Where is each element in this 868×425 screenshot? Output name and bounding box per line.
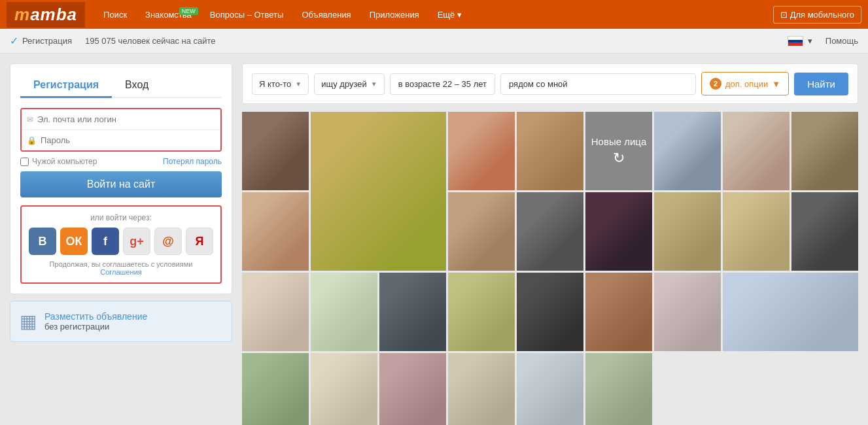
lock-icon: 🔒	[27, 136, 37, 145]
agree-link[interactable]: Соглашения	[100, 268, 142, 276]
password-input[interactable]	[41, 130, 215, 150]
photo-cell[interactable]	[448, 353, 515, 425]
chevron-down-icon: ▼	[295, 80, 302, 88]
facebook-login-button[interactable]: f	[92, 228, 119, 255]
tab-register[interactable]: Регистрация	[20, 74, 112, 98]
location-field[interactable]: рядом со мной	[500, 73, 696, 95]
google-login-button[interactable]: g+	[123, 228, 150, 255]
left-panel: Регистрация Вход ✉ 🔒 Чужой компьютер	[10, 63, 232, 425]
nav-search[interactable]: Поиск	[95, 6, 135, 24]
remember-checkbox[interactable]	[20, 158, 29, 166]
photo-cell[interactable]	[242, 192, 309, 271]
nav-items: Поиск Знакомства NEW Вопросы – Ответы Об…	[95, 6, 773, 24]
photo-cell[interactable]	[517, 192, 583, 271]
email-row: ✉	[22, 109, 220, 130]
auth-box: Регистрация Вход ✉ 🔒 Чужой компьютер	[10, 63, 232, 294]
who-select[interactable]: Я кто-то ▼	[252, 73, 309, 95]
nav-qa[interactable]: Вопросы – Ответы	[202, 6, 292, 24]
remember-left: Чужой компьютер	[20, 157, 97, 166]
ok-login-button[interactable]: ОК	[60, 228, 88, 255]
photo-cell[interactable]	[517, 112, 583, 190]
photo-cell[interactable]	[791, 112, 858, 190]
login-button[interactable]: Войти на сайт	[20, 171, 222, 197]
password-row: 🔒	[22, 130, 220, 150]
photo-cell[interactable]	[242, 353, 309, 425]
seeking-select[interactable]: ищу друзей ▼	[314, 73, 385, 95]
photo-cell[interactable]	[311, 112, 446, 271]
chevron-down-icon-2: ▼	[371, 80, 377, 88]
logo[interactable]: mamba	[7, 2, 85, 27]
photo-cell[interactable]	[654, 112, 721, 190]
social-icons: В ОК f g+ @ Я	[28, 228, 214, 255]
email-icon: ✉	[27, 115, 33, 124]
tab-login[interactable]: Вход	[112, 74, 162, 98]
chevron-down-icon-3: ▼	[772, 79, 780, 89]
new-badge: NEW	[179, 7, 198, 15]
nav-apps[interactable]: Приложения	[362, 6, 427, 24]
mobile-button[interactable]: ⊡ Для мобильного	[773, 6, 861, 24]
language-selector[interactable]: ▾	[788, 36, 812, 46]
photo-cell[interactable]	[311, 273, 377, 351]
refresh-icon[interactable]: ↻	[613, 150, 625, 167]
flag-russia	[788, 36, 803, 46]
photo-cell[interactable]	[448, 112, 515, 190]
photo-cell[interactable]	[791, 192, 858, 271]
post-ad-box[interactable]: ▦ Разместить объявление без регистрации	[10, 301, 232, 342]
sub-navigation: ✓ Регистрация 195 075 человек сейчас на …	[0, 29, 868, 54]
photo-cell[interactable]	[517, 273, 583, 351]
search-bar: Я кто-то ▼ ищу друзей ▼ в возрасте 22 – …	[242, 63, 858, 104]
mail-login-button[interactable]: @	[154, 228, 182, 255]
remember-row: Чужой компьютер Потерял пароль	[20, 157, 222, 166]
nav-more[interactable]: Ещё ▾	[430, 6, 470, 24]
photo-cell[interactable]	[723, 273, 858, 351]
photo-cell[interactable]	[654, 273, 721, 351]
photo-cell[interactable]	[242, 112, 309, 190]
new-faces-cell: Новые лица ↻	[585, 112, 652, 190]
social-label: или войти через:	[28, 213, 214, 222]
search-button[interactable]: Найти	[794, 73, 848, 95]
photo-cell[interactable]	[311, 353, 377, 425]
main-content: Регистрация Вход ✉ 🔒 Чужой компьютер	[0, 54, 868, 425]
forgot-link[interactable]: Потерял пароль	[163, 157, 222, 166]
photo-cell[interactable]	[585, 353, 652, 425]
photo-cell[interactable]	[654, 192, 721, 271]
help-button[interactable]: Помощь	[825, 36, 858, 46]
nav-right: ⊡ Для мобильного	[773, 6, 861, 24]
check-icon: ✓	[10, 35, 18, 47]
vk-login-button[interactable]: В	[29, 228, 56, 255]
photo-cell[interactable]	[585, 192, 652, 271]
ad-icon: ▦	[20, 311, 37, 332]
agree-text: Продолжая, вы соглашаетесь с условиями С…	[28, 260, 214, 276]
yandex-login-button[interactable]: Я	[186, 228, 213, 255]
age-range: в возрасте 22 – 35 лет	[390, 73, 495, 95]
ad-text: Разместить объявление без регистрации	[44, 311, 147, 332]
nav-ads[interactable]: Объявления	[294, 6, 358, 24]
email-input[interactable]	[37, 109, 215, 129]
photo-cell[interactable]	[517, 353, 583, 425]
photo-grid: Новые лица ↻	[242, 112, 858, 425]
photo-cell[interactable]	[242, 273, 309, 351]
extra-count-badge: 2	[710, 78, 721, 90]
photo-cell[interactable]	[723, 192, 790, 271]
social-login-box: или войти через: В ОК f g+ @ Я Продолжая…	[20, 205, 222, 284]
nav-dating[interactable]: Знакомства NEW	[137, 6, 200, 24]
photo-cell[interactable]	[585, 273, 652, 351]
right-panel: Я кто-то ▼ ищу друзей ▼ в возрасте 22 – …	[242, 63, 858, 425]
photo-cell[interactable]	[723, 112, 790, 190]
login-input-group: ✉ 🔒	[20, 108, 222, 152]
top-navigation: mamba Поиск Знакомства NEW Вопросы – Отв…	[0, 0, 868, 29]
online-count: 195 075 человек сейчас на сайте	[85, 36, 216, 46]
extra-options[interactable]: 2 доп. опции ▼	[701, 72, 789, 95]
photo-cell[interactable]	[448, 273, 515, 351]
photo-cell[interactable]	[379, 353, 446, 425]
photo-cell[interactable]	[448, 192, 515, 271]
photo-cell[interactable]	[379, 273, 446, 351]
auth-tabs: Регистрация Вход	[20, 74, 222, 98]
register-link[interactable]: ✓ Регистрация	[10, 35, 72, 47]
